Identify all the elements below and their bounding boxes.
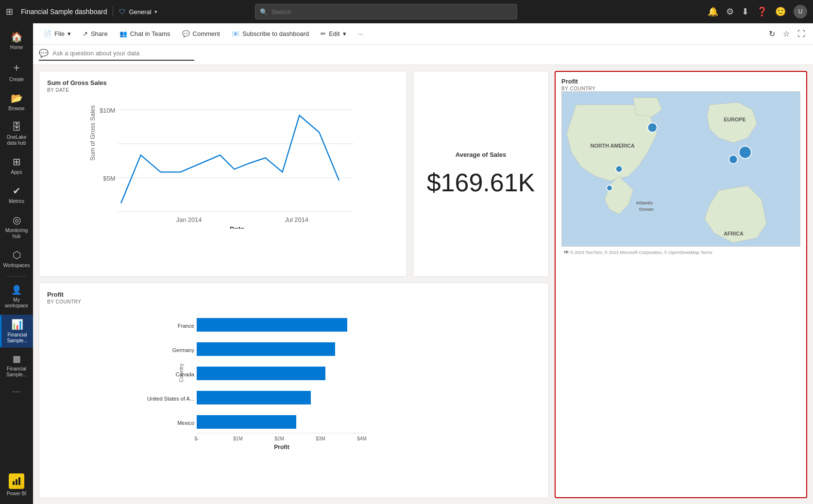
- search-icon: 🔍: [260, 8, 268, 16]
- germany-label: Germany: [172, 347, 195, 353]
- my-workspace-icon: 👤: [11, 285, 22, 295]
- sidebar-item-onelake[interactable]: 🗄 OneLakedata hub: [0, 118, 33, 150]
- content-area: 📄 File ▾ ↗ Share 👥 Chat in Teams 💬 Comme…: [33, 23, 813, 504]
- more-options-icon: ···: [358, 30, 363, 37]
- dashboard: Sum of Gross Sales BY DATE $10M $5M Sum …: [33, 65, 813, 504]
- gross-sales-subtitle: BY DATE: [47, 87, 399, 93]
- monitoring-icon: ◎: [13, 214, 21, 226]
- sidebar-label-financial-sample2: FinancialSample...: [6, 366, 27, 378]
- svg-rect-0: [13, 481, 15, 485]
- onelake-icon: 🗄: [12, 121, 21, 133]
- teams-icon: 👥: [119, 30, 127, 37]
- workspaces-icon: ⬡: [13, 249, 21, 261]
- sidebar-item-monitoring[interactable]: ◎ Monitoringhub: [0, 210, 33, 243]
- usa-bar: [197, 391, 311, 404]
- chat-in-teams-button[interactable]: 👥 Chat in Teams: [115, 28, 175, 39]
- comment-button[interactable]: 💬 Comment: [177, 28, 225, 39]
- power-bi-bottom: Power BI: [7, 470, 27, 500]
- power-bi-label: Power BI: [7, 491, 27, 496]
- map-dot-usa: [616, 166, 623, 172]
- canada-label: Canada: [175, 371, 194, 377]
- search-container: 🔍: [255, 4, 517, 19]
- avg-sales-title: Average of Sales: [456, 151, 506, 158]
- browse-icon: 📂: [11, 92, 23, 104]
- subscribe-icon: 📧: [232, 30, 239, 37]
- profit-map-tile: Profit BY COUNTRY: [555, 71, 807, 498]
- create-icon: ＋: [11, 60, 22, 75]
- profit-country-subtitle: BY COUNTRY: [47, 299, 541, 304]
- map-dot-canada: [647, 123, 657, 133]
- svg-text:Date: Date: [230, 225, 245, 229]
- svg-text:$4M: $4M: [357, 436, 366, 441]
- fullscreen-icon[interactable]: ⛶: [796, 28, 807, 40]
- share-icon: ↗: [83, 30, 88, 37]
- profit-bar-chart: Country France Germany Canada United Sta…: [47, 304, 541, 450]
- sidebar-item-my-workspace[interactable]: 👤 Myworkspace: [0, 281, 33, 313]
- sidebar-item-more[interactable]: ···: [0, 384, 33, 400]
- favorite-icon[interactable]: ☆: [781, 27, 792, 40]
- file-button[interactable]: 📄 File ▾: [39, 28, 76, 39]
- gross-sales-chart: $10M $5M Sum of Gross Sales Jan 2014 Jul…: [47, 93, 399, 229]
- chat-label: Chat in Teams: [130, 30, 170, 37]
- sidebar-label-my-workspace: Myworkspace: [5, 297, 28, 309]
- profit-map-subtitle: BY COUNTRY: [561, 86, 800, 91]
- sidebar-item-financial-sample[interactable]: 📊 FinancialSample...: [0, 315, 33, 348]
- shield-icon: 🛡: [119, 8, 126, 16]
- financial-sample2-icon: ▦: [13, 353, 21, 364]
- ask-icon: 💬: [39, 49, 49, 58]
- sidebar-item-browse[interactable]: 📂 Browse: [0, 88, 33, 116]
- topbar-actions: 🔔 ⚙ ⬇ ❓ 🙂 U: [708, 5, 807, 18]
- edit-button[interactable]: ✏ Edit ▾: [316, 28, 351, 39]
- subscribe-button[interactable]: 📧 Subscribe to dashboard: [227, 28, 314, 39]
- svg-text:Sum of Gross Sales: Sum of Gross Sales: [89, 105, 96, 161]
- share-button[interactable]: ↗ Share: [78, 28, 113, 39]
- sidebar-item-home[interactable]: 🏠 Home: [0, 27, 33, 54]
- apps-icon: ⊞: [13, 156, 21, 168]
- more-options-button[interactable]: ···: [353, 28, 368, 39]
- ask-input[interactable]: [52, 50, 194, 57]
- grid-icon: ⊞: [6, 6, 13, 17]
- map-dot-europe2: [729, 155, 738, 164]
- sidebar-item-financial-sample2[interactable]: ▦ FinancialSample...: [0, 350, 33, 382]
- bell-icon[interactable]: 🔔: [708, 6, 718, 17]
- help-icon[interactable]: ❓: [757, 6, 767, 17]
- atlantic-label2: Ocean: [639, 206, 654, 212]
- chevron-down-icon: ▾: [154, 9, 157, 15]
- sidebar-label-home: Home: [10, 45, 23, 50]
- sidebar-label-workspaces: Workspaces: [3, 263, 30, 269]
- map-dot-mexico: [607, 185, 612, 191]
- download-icon[interactable]: ⬇: [742, 6, 749, 17]
- feedback-icon[interactable]: 🙂: [775, 6, 786, 17]
- search-input[interactable]: [255, 4, 517, 19]
- refresh-icon[interactable]: ↻: [767, 27, 777, 40]
- file-label: File: [54, 30, 65, 37]
- svg-rect-1: [16, 479, 17, 485]
- map-dot-europe1: [739, 146, 751, 158]
- main-layout: 🏠 Home ＋ Create 📂 Browse 🗄 OneLakedata h…: [0, 23, 813, 504]
- svg-text:Jul 2014: Jul 2014: [285, 216, 308, 223]
- svg-text:$10M: $10M: [100, 107, 115, 114]
- europe-label: EUROPE: [724, 117, 745, 122]
- usa-label: United States of A...: [147, 396, 194, 402]
- workspace-badge[interactable]: 🛡 General ▾: [119, 8, 157, 16]
- avatar[interactable]: U: [794, 5, 807, 18]
- mexico-bar: [197, 415, 296, 429]
- ask-bar: 💬: [33, 45, 813, 65]
- north-america-label: NORTH AMERICA: [591, 143, 635, 149]
- toolbar-right: ↻ ☆ ⛶: [767, 27, 807, 40]
- map-background: NORTH AMERICA EUROPE Atlantic Ocean AFRI…: [561, 91, 800, 247]
- mexico-label: Mexico: [177, 420, 194, 426]
- sidebar: 🏠 Home ＋ Create 📂 Browse 🗄 OneLakedata h…: [0, 23, 33, 504]
- profit-country-title: Profit: [47, 291, 541, 298]
- sidebar-item-metrics[interactable]: ✔ Metrics: [0, 181, 33, 208]
- france-bar: [197, 318, 347, 332]
- sidebar-item-create[interactable]: ＋ Create: [0, 56, 33, 86]
- germany-bar: [197, 342, 335, 356]
- sidebar-item-workspaces[interactable]: ⬡ Workspaces: [0, 245, 33, 272]
- canada-bar: [197, 367, 325, 380]
- home-icon: 🏠: [11, 31, 23, 43]
- settings-icon[interactable]: ⚙: [726, 6, 734, 17]
- sidebar-label-metrics: Metrics: [9, 199, 24, 204]
- svg-text:$5M: $5M: [103, 175, 115, 182]
- sidebar-item-apps[interactable]: ⊞ Apps: [0, 152, 33, 179]
